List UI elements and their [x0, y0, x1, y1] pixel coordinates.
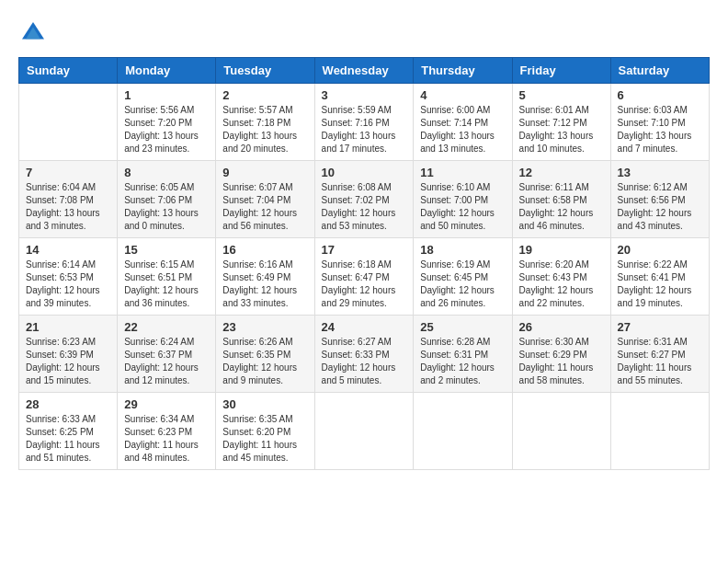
calendar-cell: 3Sunrise: 5:59 AMSunset: 7:16 PMDaylight… — [314, 84, 414, 161]
calendar-cell: 10Sunrise: 6:08 AMSunset: 7:02 PMDayligh… — [314, 161, 414, 238]
calendar-cell: 30Sunrise: 6:35 AMSunset: 6:20 PMDayligh… — [216, 393, 314, 470]
day-number: 15 — [124, 243, 209, 257]
day-number: 1 — [124, 88, 209, 102]
day-number: 13 — [618, 166, 702, 179]
calendar-cell — [19, 84, 118, 161]
day-info: Sunrise: 6:19 AMSunset: 6:45 PMDaylight:… — [420, 259, 505, 310]
calendar-cell: 29Sunrise: 6:34 AMSunset: 6:23 PMDayligh… — [118, 393, 216, 470]
calendar-week-row: 21Sunrise: 6:23 AMSunset: 6:39 PMDayligh… — [19, 316, 710, 393]
day-number: 28 — [26, 397, 110, 411]
day-info: Sunrise: 6:27 AMSunset: 6:33 PMDaylight:… — [322, 336, 407, 387]
calendar-cell: 7Sunrise: 6:04 AMSunset: 7:08 PMDaylight… — [19, 161, 118, 238]
day-number: 25 — [420, 320, 505, 334]
calendar-cell: 27Sunrise: 6:31 AMSunset: 6:27 PMDayligh… — [610, 316, 709, 393]
weekday-header-thursday: Thursday — [414, 58, 512, 84]
day-number: 18 — [420, 243, 505, 257]
day-number: 3 — [322, 88, 407, 102]
day-info: Sunrise: 6:08 AMSunset: 7:02 PMDaylight:… — [322, 181, 407, 233]
day-info: Sunrise: 6:14 AMSunset: 6:53 PMDaylight:… — [26, 259, 110, 310]
day-info: Sunrise: 6:01 AMSunset: 7:12 PMDaylight:… — [519, 104, 604, 155]
day-info: Sunrise: 6:15 AMSunset: 6:51 PMDaylight:… — [124, 259, 209, 310]
calendar-cell: 12Sunrise: 6:11 AMSunset: 6:58 PMDayligh… — [512, 161, 610, 238]
day-info: Sunrise: 6:22 AMSunset: 6:41 PMDaylight:… — [618, 259, 702, 310]
day-info: Sunrise: 6:20 AMSunset: 6:43 PMDaylight:… — [519, 259, 604, 310]
day-number: 29 — [124, 397, 209, 411]
weekday-header-monday: Monday — [118, 58, 216, 84]
day-number: 6 — [618, 88, 702, 102]
day-number: 16 — [222, 243, 307, 257]
day-number: 10 — [322, 166, 407, 179]
page-header — [18, 18, 710, 48]
day-number: 2 — [222, 88, 307, 102]
day-info: Sunrise: 5:56 AMSunset: 7:20 PMDaylight:… — [124, 104, 209, 155]
calendar-cell: 24Sunrise: 6:27 AMSunset: 6:33 PMDayligh… — [314, 316, 414, 393]
calendar-cell: 9Sunrise: 6:07 AMSunset: 7:04 PMDaylight… — [216, 161, 314, 238]
logo — [18, 18, 51, 48]
calendar-week-row: 14Sunrise: 6:14 AMSunset: 6:53 PMDayligh… — [19, 238, 710, 316]
day-number: 23 — [222, 320, 307, 334]
calendar-week-row: 28Sunrise: 6:33 AMSunset: 6:25 PMDayligh… — [19, 393, 710, 470]
day-info: Sunrise: 6:18 AMSunset: 6:47 PMDaylight:… — [322, 259, 407, 310]
day-info: Sunrise: 6:03 AMSunset: 7:10 PMDaylight:… — [618, 104, 702, 155]
day-info: Sunrise: 6:35 AMSunset: 6:20 PMDaylight:… — [222, 413, 307, 465]
day-number: 26 — [519, 320, 604, 334]
calendar-cell — [314, 393, 414, 470]
calendar-cell: 15Sunrise: 6:15 AMSunset: 6:51 PMDayligh… — [118, 238, 216, 316]
day-info: Sunrise: 6:05 AMSunset: 7:06 PMDaylight:… — [124, 181, 209, 233]
calendar-week-row: 1Sunrise: 5:56 AMSunset: 7:20 PMDaylight… — [19, 84, 710, 161]
weekday-header-tuesday: Tuesday — [216, 58, 314, 84]
calendar-cell: 25Sunrise: 6:28 AMSunset: 6:31 PMDayligh… — [414, 316, 512, 393]
day-number: 4 — [420, 88, 505, 102]
calendar-cell: 8Sunrise: 6:05 AMSunset: 7:06 PMDaylight… — [118, 161, 216, 238]
calendar-cell: 5Sunrise: 6:01 AMSunset: 7:12 PMDaylight… — [512, 84, 610, 161]
day-number: 21 — [26, 320, 110, 334]
calendar-cell: 23Sunrise: 6:26 AMSunset: 6:35 PMDayligh… — [216, 316, 314, 393]
calendar-cell: 18Sunrise: 6:19 AMSunset: 6:45 PMDayligh… — [414, 238, 512, 316]
day-number: 20 — [618, 243, 702, 257]
calendar-cell — [414, 393, 512, 470]
day-info: Sunrise: 6:31 AMSunset: 6:27 PMDaylight:… — [618, 336, 702, 387]
calendar-cell: 28Sunrise: 6:33 AMSunset: 6:25 PMDayligh… — [19, 393, 118, 470]
day-number: 19 — [519, 243, 604, 257]
day-number: 12 — [519, 166, 604, 179]
calendar-table: SundayMondayTuesdayWednesdayThursdayFrid… — [18, 57, 710, 470]
day-number: 27 — [618, 320, 702, 334]
day-number: 11 — [420, 166, 505, 179]
calendar-cell: 17Sunrise: 6:18 AMSunset: 6:47 PMDayligh… — [314, 238, 414, 316]
day-number: 7 — [26, 166, 110, 179]
calendar-cell: 11Sunrise: 6:10 AMSunset: 7:00 PMDayligh… — [414, 161, 512, 238]
day-number: 9 — [222, 166, 307, 179]
day-number: 22 — [124, 320, 209, 334]
day-number: 30 — [222, 397, 307, 411]
calendar-cell: 22Sunrise: 6:24 AMSunset: 6:37 PMDayligh… — [118, 316, 216, 393]
day-number: 24 — [322, 320, 407, 334]
day-info: Sunrise: 6:34 AMSunset: 6:23 PMDaylight:… — [124, 413, 209, 465]
day-info: Sunrise: 6:11 AMSunset: 6:58 PMDaylight:… — [519, 181, 604, 233]
calendar-cell: 19Sunrise: 6:20 AMSunset: 6:43 PMDayligh… — [512, 238, 610, 316]
calendar-cell: 21Sunrise: 6:23 AMSunset: 6:39 PMDayligh… — [19, 316, 118, 393]
day-info: Sunrise: 5:57 AMSunset: 7:18 PMDaylight:… — [222, 104, 307, 155]
logo-icon — [18, 18, 48, 48]
day-number: 17 — [322, 243, 407, 257]
weekday-header-saturday: Saturday — [610, 58, 709, 84]
calendar-cell: 1Sunrise: 5:56 AMSunset: 7:20 PMDaylight… — [118, 84, 216, 161]
day-number: 14 — [26, 243, 110, 257]
calendar-cell: 13Sunrise: 6:12 AMSunset: 6:56 PMDayligh… — [610, 161, 709, 238]
day-number: 8 — [124, 166, 209, 179]
calendar-cell: 2Sunrise: 5:57 AMSunset: 7:18 PMDaylight… — [216, 84, 314, 161]
day-number: 5 — [519, 88, 604, 102]
day-info: Sunrise: 6:24 AMSunset: 6:37 PMDaylight:… — [124, 336, 209, 387]
calendar-cell — [610, 393, 709, 470]
calendar-cell: 16Sunrise: 6:16 AMSunset: 6:49 PMDayligh… — [216, 238, 314, 316]
day-info: Sunrise: 5:59 AMSunset: 7:16 PMDaylight:… — [322, 104, 407, 155]
day-info: Sunrise: 6:00 AMSunset: 7:14 PMDaylight:… — [420, 104, 505, 155]
weekday-header-wednesday: Wednesday — [314, 58, 414, 84]
calendar-cell: 6Sunrise: 6:03 AMSunset: 7:10 PMDaylight… — [610, 84, 709, 161]
day-info: Sunrise: 6:04 AMSunset: 7:08 PMDaylight:… — [26, 181, 110, 233]
day-info: Sunrise: 6:30 AMSunset: 6:29 PMDaylight:… — [519, 336, 604, 387]
day-info: Sunrise: 6:28 AMSunset: 6:31 PMDaylight:… — [420, 336, 505, 387]
day-info: Sunrise: 6:23 AMSunset: 6:39 PMDaylight:… — [26, 336, 110, 387]
day-info: Sunrise: 6:10 AMSunset: 7:00 PMDaylight:… — [420, 181, 505, 233]
calendar-cell — [512, 393, 610, 470]
weekday-header-sunday: Sunday — [19, 58, 118, 84]
